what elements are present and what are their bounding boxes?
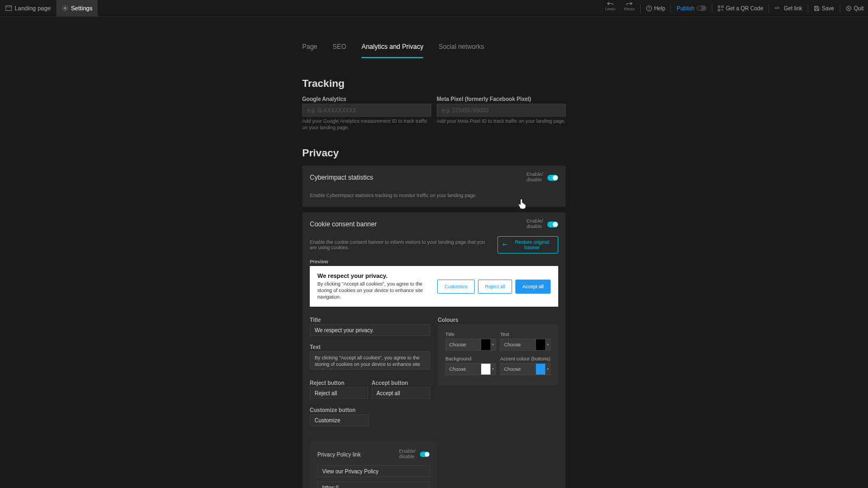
topbar-right: Undo Redo ? Help Publish Get a QR Code <…: [601, 0, 868, 16]
colour-text-swatch: [535, 339, 545, 351]
separator: [671, 4, 671, 12]
colour-background: Background Choose ▾: [445, 356, 496, 375]
restore-banner-button[interactable]: Restore original banner: [497, 236, 558, 253]
cookie-colours-right: Colours Title Choose ▾: [438, 314, 558, 432]
colour-accent-swatch: [535, 363, 545, 375]
publish-toggle[interactable]: [697, 5, 706, 11]
undo-icon: [607, 1, 614, 6]
title-input[interactable]: [310, 324, 430, 336]
reject-input[interactable]: [310, 387, 368, 399]
colour-text-choose: Choose: [500, 339, 535, 351]
privacy-heading: Privacy: [302, 147, 566, 159]
ga-label: Google Analytics: [302, 96, 431, 102]
gear-icon: [62, 5, 68, 11]
pp-url-input[interactable]: [317, 481, 430, 488]
undo-button[interactable]: Undo: [601, 0, 620, 16]
help-button[interactable]: ? Help: [642, 0, 670, 16]
privacy-policy-block: Privacy Policy link Enable/ disable: [310, 441, 437, 488]
nav-landing-page-label: Landing page: [15, 5, 51, 11]
colour-text-select[interactable]: Choose ▾: [500, 339, 551, 351]
nav-landing-page[interactable]: Landing page: [0, 0, 56, 16]
colour-background-select[interactable]: Choose ▾: [445, 363, 496, 375]
restore-icon: [502, 242, 508, 247]
stats-toggle[interactable]: [547, 175, 558, 181]
colour-title-choose: Choose: [445, 339, 481, 351]
redo-button[interactable]: Redo: [620, 0, 639, 16]
preview-accept-button[interactable]: Accept all: [515, 280, 551, 294]
qr-button[interactable]: Get a QR Code: [713, 0, 768, 16]
chevron-down-icon[interactable]: ▾: [490, 339, 496, 351]
field-title: Title: [310, 314, 430, 336]
accept-input[interactable]: [372, 387, 430, 399]
chevron-down-icon[interactable]: ▾: [490, 363, 496, 375]
accept-label: Accept button: [372, 380, 408, 386]
chevron-down-icon[interactable]: ▾: [545, 339, 551, 351]
quit-icon: [846, 5, 852, 11]
meta-label: Meta Pixel (formerly Facebook Pixel): [437, 96, 566, 102]
stats-title: Cyberimpact statistics: [310, 174, 373, 181]
separator: [769, 4, 769, 12]
colour-bg-swatch: [481, 363, 490, 375]
meta-input[interactable]: [437, 104, 566, 117]
quit-button[interactable]: Quit: [841, 0, 868, 16]
content-area: Page SEO Analytics and Privacy Social ne…: [0, 17, 868, 488]
cookie-toggle[interactable]: [547, 221, 558, 227]
stats-card: Cyberimpact statistics Enable/ disable E…: [302, 166, 566, 207]
svg-rect-9: [723, 10, 723, 11]
colour-background-label: Background: [445, 356, 496, 362]
svg-rect-0: [6, 6, 12, 11]
colour-title-select[interactable]: Choose ▾: [445, 339, 496, 351]
nav-settings[interactable]: Settings: [56, 0, 98, 16]
preview-title: We respect your privacy.: [317, 272, 431, 279]
colour-bg-choose: Choose: [445, 363, 481, 375]
pp-toggle[interactable]: [420, 452, 430, 457]
tab-seo[interactable]: SEO: [333, 39, 346, 58]
save-icon: [814, 5, 820, 11]
cookie-card: Cookie consent banner Enable/ disable En…: [302, 212, 566, 488]
preview-text: We respect your privacy. By clicking "Ac…: [317, 272, 431, 300]
separator: [808, 4, 808, 12]
pp-enable: Enable/ disable: [399, 449, 430, 460]
colour-accent-select[interactable]: Choose ▾: [500, 363, 551, 375]
ga-input[interactable]: [302, 104, 431, 117]
ga-help: Add your Google Analytics measurement ID…: [302, 118, 431, 131]
colours-pane: Title Choose ▾ Text: [438, 324, 558, 385]
landing-page-icon: [5, 5, 12, 11]
svg-rect-6: [722, 5, 723, 7]
customize-input[interactable]: [310, 414, 369, 426]
link-icon: </>: [775, 5, 782, 11]
tab-page[interactable]: Page: [302, 39, 317, 58]
separator: [712, 4, 712, 12]
tracking-heading: Tracking: [302, 78, 566, 90]
cookie-body: Enable the cookie consent banner to info…: [302, 236, 566, 488]
preview-buttons: Customize Reject all Accept all: [437, 280, 551, 294]
meta-help: Add your Meta Pixel ID to track traffic …: [437, 118, 566, 125]
stats-enable: Enable/ disable: [526, 172, 558, 183]
getlink-button[interactable]: </> Get link: [770, 0, 807, 16]
settings-tabs: Page SEO Analytics and Privacy Social ne…: [302, 39, 566, 59]
reject-label: Reject button: [310, 380, 344, 386]
preview-reject-button[interactable]: Reject all: [478, 280, 512, 294]
nav-settings-label: Settings: [71, 5, 93, 11]
colour-title: Title Choose ▾: [445, 332, 496, 351]
cookie-title: Cookie consent banner: [310, 220, 376, 228]
tab-analytics[interactable]: Analytics and Privacy: [361, 39, 423, 58]
separator: [640, 4, 641, 12]
pp-linktext-input[interactable]: [317, 465, 430, 477]
text-input[interactable]: [310, 351, 430, 370]
colour-title-label: Title: [445, 332, 496, 337]
preview-body: By clicking "Accept all cookies", you ag…: [317, 281, 431, 300]
field-text: Text: [310, 341, 430, 372]
cookie-config: Title Text Reject button: [310, 314, 558, 432]
colours-heading: Colours: [438, 317, 458, 323]
field-reject: Reject button: [310, 377, 368, 399]
chevron-down-icon[interactable]: ▾: [545, 363, 551, 375]
publish-button[interactable]: Publish: [672, 0, 711, 16]
svg-text:</>: </>: [775, 6, 780, 10]
cookie-preview: We respect your privacy. By clicking "Ac…: [310, 266, 558, 307]
svg-point-2: [64, 7, 66, 9]
cookie-enable-label: Enable/ disable: [526, 219, 543, 230]
preview-customize-button[interactable]: Customize: [437, 280, 475, 294]
save-button[interactable]: Save: [809, 0, 839, 16]
tab-social[interactable]: Social networks: [438, 39, 484, 58]
